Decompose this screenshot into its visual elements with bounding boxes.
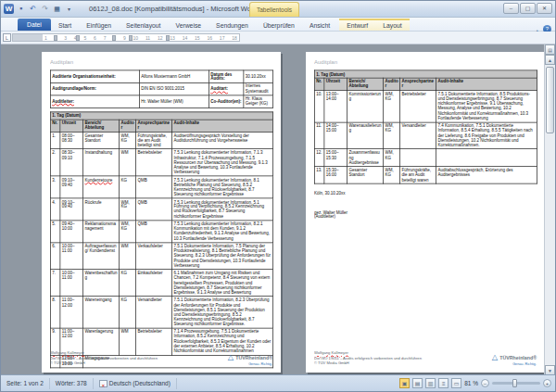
page-1[interactable]: Auditplan Auditierte Organisationseinhei… <box>42 52 281 373</box>
cell-nr[interactable]: 1. <box>50 132 60 149</box>
cell-auditor[interactable]: WM, KG <box>120 198 136 221</box>
undo-icon[interactable] <box>28 4 38 14</box>
table-column-marker[interactable] <box>112 35 116 41</box>
draw-table-icon[interactable] <box>52 4 62 14</box>
maximize-button[interactable] <box>520 3 536 14</box>
cell-time[interactable]: 13:00–14:00 <box>324 91 348 122</box>
cell-bereich[interactable]: Warenauslieferung <box>348 122 384 149</box>
zoom-level[interactable]: 81 % <box>464 380 478 386</box>
col-header-nr[interactable]: Nr. <box>50 120 60 132</box>
cell-time[interactable]: 15:30–16:00 <box>324 167 348 184</box>
table-column-marker[interactable] <box>76 35 80 41</box>
proofing-errors-icon[interactable] <box>99 380 107 387</box>
cell-inhalte[interactable]: 7.5.1 Dokumentierte Information, 8.5 Pro… <box>436 91 537 122</box>
cell-auditor[interactable]: WM, KG <box>120 221 136 243</box>
cell-time[interactable]: 09:10–09:40 <box>60 198 83 221</box>
web-layout-view-icon[interactable] <box>425 378 436 388</box>
info-value[interactable]: Hr. Klaus Geiger (KG) <box>244 95 273 107</box>
col-header-bereich[interactable]: Bereich/ Abteilung <box>348 78 384 90</box>
cell-nr[interactable]: 4. <box>50 198 60 221</box>
col-header-partner[interactable]: Ansprechpartner <box>400 78 436 90</box>
doc-header-title[interactable]: Auditplan <box>50 59 272 66</box>
close-button[interactable] <box>537 3 552 14</box>
cell-time[interactable]: 08:00–08:30 <box>60 132 83 149</box>
cell-nr[interactable]: 7. <box>50 270 60 297</box>
cell-nr[interactable]: 2. <box>50 149 60 176</box>
tab-einfuegen[interactable]: Einfügen <box>79 20 119 31</box>
tab-layout[interactable]: Layout <box>375 20 409 31</box>
col-header-inhalte[interactable]: Audit-Inhalte <box>172 120 273 132</box>
cell-auditor[interactable]: WM, KG <box>384 167 400 184</box>
cell-bereich[interactable]: Kundenretoure <box>83 176 120 198</box>
cell-inhalte[interactable]: Auditabschlussgespräch, Erörterung des A… <box>436 167 537 184</box>
cell-nr[interactable]: 8. <box>50 297 60 328</box>
cell-partner[interactable]: QMB <box>136 221 172 243</box>
cell-inhalte[interactable]: 7.5.3 Lenkung dokumentierter Information… <box>172 149 273 176</box>
tab-datei[interactable]: Datei <box>18 19 51 31</box>
cell-inhalte[interactable]: Auditeröffnungsgespräch Vorstellung der … <box>172 132 273 149</box>
doc-header-title[interactable]: Auditplan <box>314 59 537 66</box>
info-value[interactable]: Hr. Walter Müller (WM) <box>139 95 208 107</box>
zoom-slider[interactable] <box>492 382 540 385</box>
cell-bereich[interactable]: Rückrufe <box>83 198 120 221</box>
cell-auditor[interactable]: WM, KG <box>384 149 400 167</box>
cell-nr[interactable]: 13. <box>314 167 324 184</box>
cell-bereich[interactable]: Zusammenfassung Auditergebnisse <box>348 149 384 167</box>
scroll-up-icon[interactable] <box>545 55 555 65</box>
table-column-marker[interactable] <box>129 35 133 41</box>
info-label[interactable]: Co-Auditor(en): <box>208 95 244 107</box>
cell-inhalte[interactable]: 7.5.3 Lenkung dokumentierter Information… <box>172 221 273 243</box>
scrollbar-thumb[interactable] <box>546 67 554 133</box>
cell-partner[interactable]: Versandleiter <box>136 297 172 328</box>
print-layout-view-icon[interactable] <box>399 378 410 388</box>
cell-nr[interactable]: 10. <box>314 91 324 122</box>
info-label[interactable]: Auditleiter: <box>50 95 139 107</box>
tab-ansicht[interactable]: Ansicht <box>302 20 337 31</box>
cell-auditor[interactable]: KG <box>120 176 136 198</box>
cell-inhalte[interactable]: 7.4 Kommunikation, 7.5.1 Dokumentierte I… <box>436 122 537 149</box>
cell-partner[interactable]: Führungskräfte, die am Audit beteiligt s… <box>136 132 172 149</box>
cell-auditor[interactable]: WM <box>120 149 136 176</box>
outline-view-icon[interactable] <box>438 378 449 388</box>
info-label[interactable]: Auditgrundlage/Norm: <box>50 82 139 95</box>
cell-bereich[interactable]: Instandhaltung <box>83 149 120 176</box>
table-column-marker[interactable] <box>54 35 57 41</box>
cell-auditor[interactable]: KG <box>120 270 136 297</box>
col-header-partner[interactable]: Ansprechpartner <box>136 120 172 132</box>
tabstop-selector[interactable] <box>3 33 11 42</box>
info-value[interactable]: Alfons Mustermann GmbH <box>139 70 208 82</box>
cell-time[interactable]: 15:00–15:30 <box>324 149 348 167</box>
cell-inhalte[interactable] <box>436 149 537 167</box>
cell-time[interactable]: 10:00–11:00 <box>60 243 83 270</box>
word-count[interactable]: Wörter: 378 <box>50 378 94 389</box>
tab-entwurf[interactable]: Entwurf <box>339 20 375 31</box>
cell-bereich[interactable]: Warenbeschaffung <box>83 270 120 297</box>
cell-nr[interactable]: 6. <box>50 243 60 270</box>
cell-auditor[interactable]: WM, KG <box>384 91 400 122</box>
cell-partner[interactable]: Verkaufsleiter <box>136 243 172 270</box>
col-header-auditor[interactable]: Auditor <box>384 78 400 90</box>
closing-place-date[interactable]: Köln, 30.10.20xx <box>314 191 537 196</box>
cell-time[interactable]: 11:00–12:00 <box>60 297 83 328</box>
cell-partner[interactable]: Einkaufsleiter <box>136 270 172 297</box>
tab-ueberpruefen[interactable]: Überprüfen <box>256 20 302 31</box>
cell-inhalte[interactable]: 6.1 Maßnahmen zum Umgang mit Risiken und… <box>172 270 273 297</box>
tab-verweise[interactable]: Verweise <box>169 20 209 31</box>
cell-auditor[interactable]: WM, KG <box>384 122 400 149</box>
fullscreen-reading-view-icon[interactable] <box>412 378 423 388</box>
info-value[interactable]: 30.10.20xx <box>244 70 273 82</box>
info-label[interactable]: Auditierte Organisationseinheit: <box>50 70 139 82</box>
info-label[interactable]: Datum des Audits: <box>208 70 244 82</box>
cell-nr[interactable]: 12. <box>314 149 324 167</box>
cell-time[interactable]: 10:00–11:00 <box>60 270 83 297</box>
cell-auditor[interactable]: KG <box>120 297 136 328</box>
col-header-auditor[interactable]: Auditor <box>120 120 136 132</box>
cell-bereich[interactable]: Auftragserfassung/ Kundendienst <box>83 243 120 270</box>
signature-role[interactable]: (Auditleiter) <box>314 215 537 220</box>
horizontal-ruler[interactable]: 123456789101112131415161718 <box>12 33 240 42</box>
cell-partner[interactable]: Betriebsleiter <box>136 149 172 176</box>
vertical-scrollbar[interactable] <box>544 44 555 375</box>
cell-bereich[interactable]: Wareneingang <box>83 297 120 328</box>
cell-inhalte[interactable]: 7.5.3 Lenkung dokumentierter Information… <box>172 198 273 221</box>
col-header-inhalte[interactable]: Audit-Inhalte <box>436 78 537 90</box>
